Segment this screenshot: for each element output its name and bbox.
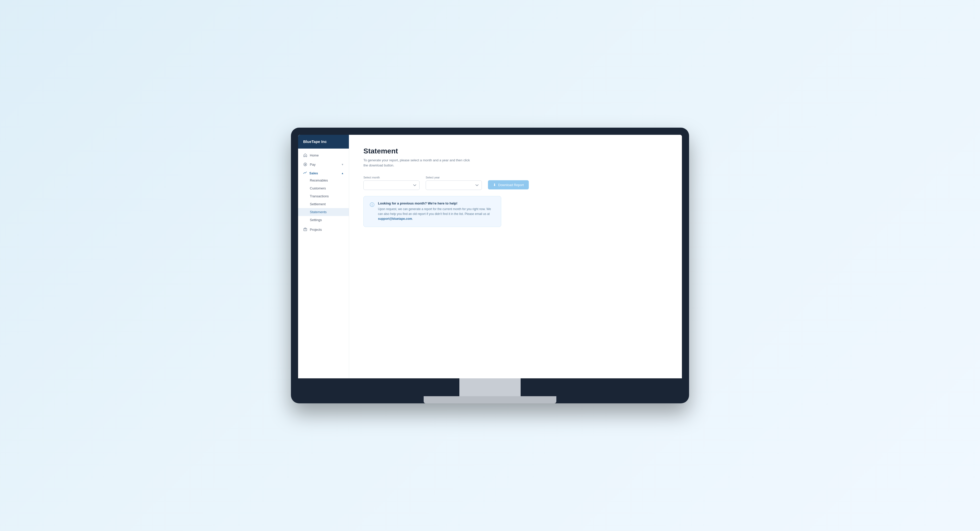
- download-icon: ⬇: [493, 183, 496, 187]
- support-email-link[interactable]: support@bluetape.com: [378, 217, 412, 220]
- sidebar-item-home-label: Home: [310, 153, 319, 157]
- year-label: Select year: [426, 176, 482, 179]
- year-group: Select year 2024 2023 2022 2021 2020: [426, 176, 482, 190]
- screen: BlueTape Inc Home Pay: [298, 135, 682, 378]
- sidebar-item-statements[interactable]: Statements: [298, 208, 349, 216]
- month-group: Select month January February March Apri…: [363, 176, 420, 190]
- info-text: Upon request, we can generate a report f…: [378, 207, 495, 222]
- pay-chevron-icon: ▼: [341, 163, 344, 166]
- info-text-part2: .: [412, 217, 413, 220]
- month-label: Select month: [363, 176, 420, 179]
- page-title: Statement: [363, 147, 668, 155]
- page-subtitle: To generate your report, please select a…: [363, 158, 668, 168]
- sidebar-section-sales[interactable]: Sales ▲: [298, 169, 349, 176]
- pay-icon: [303, 163, 307, 166]
- download-button-label: Download Report: [498, 183, 524, 187]
- sidebar-item-projects-label: Projects: [310, 228, 322, 231]
- download-report-button[interactable]: ⬇ Download Report: [488, 180, 529, 190]
- home-icon: [303, 153, 307, 157]
- sidebar-item-settlement[interactable]: Settlement: [298, 200, 349, 208]
- sidebar-item-receivables[interactable]: Receivables: [298, 176, 349, 184]
- info-content: Looking for a previous month? We're here…: [378, 201, 495, 222]
- month-select[interactable]: January February March April May June Ju…: [363, 180, 420, 190]
- main-content: Statement To generate your report, pleas…: [349, 135, 682, 378]
- projects-icon: [303, 228, 307, 231]
- sidebar-item-pay-label: Pay: [310, 163, 315, 166]
- sidebar-item-settings[interactable]: Settings: [298, 216, 349, 224]
- info-text-part1: Upon request, we can generate a report f…: [378, 207, 491, 216]
- monitor: BlueTape Inc Home Pay: [291, 128, 689, 403]
- stand-base: [424, 396, 556, 403]
- form-row: Select month January February March Apri…: [363, 176, 668, 190]
- sidebar-item-transactions[interactable]: Transactions: [298, 192, 349, 200]
- info-box: ⓘ Looking for a previous month? We're he…: [363, 196, 501, 227]
- stand-neck: [460, 378, 520, 396]
- sidebar: BlueTape Inc Home Pay: [298, 135, 349, 378]
- year-select[interactable]: 2024 2023 2022 2021 2020: [426, 180, 482, 190]
- sales-chevron-icon: ▲: [341, 172, 344, 175]
- sidebar-item-customers[interactable]: Customers: [298, 184, 349, 192]
- sidebar-item-home[interactable]: Home: [298, 151, 349, 160]
- sidebar-item-projects[interactable]: Projects: [298, 225, 349, 234]
- sidebar-item-pay[interactable]: Pay ▼: [298, 160, 349, 169]
- sales-section-label: Sales: [309, 171, 318, 175]
- sidebar-logo[interactable]: BlueTape Inc: [298, 135, 349, 148]
- info-circle-icon: ⓘ: [370, 202, 374, 208]
- sales-icon: [303, 171, 307, 175]
- info-title: Looking for a previous month? We're here…: [378, 201, 495, 205]
- company-name: BlueTape Inc: [303, 139, 327, 144]
